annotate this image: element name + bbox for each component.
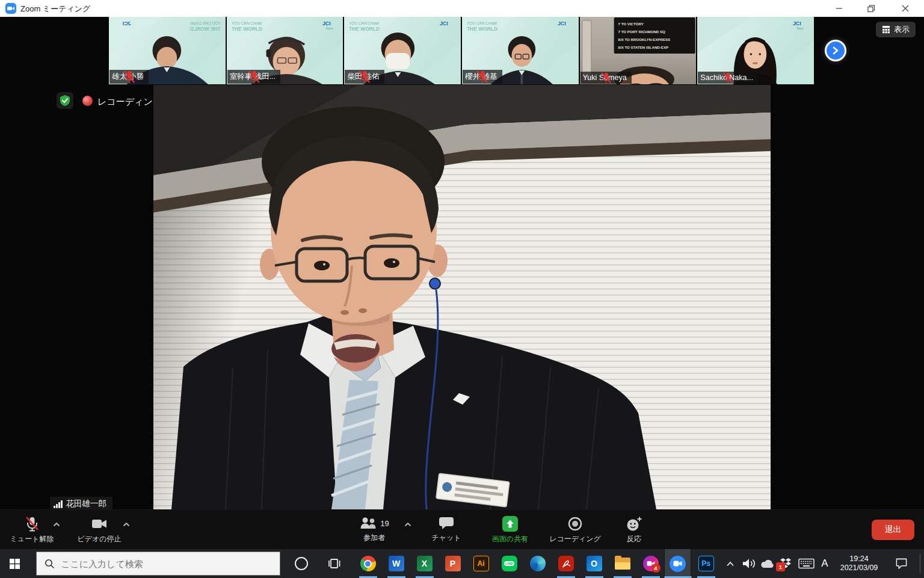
svg-text:Tokyo: Tokyo — [796, 27, 804, 30]
participants-options-chevron[interactable] — [404, 518, 411, 529]
zoom-app-icon — [5, 3, 16, 14]
participant-name-tag: 室幹事 浅田... — [227, 70, 280, 84]
record-icon — [567, 516, 583, 532]
view-button-label: 表示 — [894, 24, 910, 35]
file-explorer-icon — [615, 558, 630, 570]
mute-options-chevron[interactable] — [53, 518, 60, 529]
svg-text:7 TO VICTORY: 7 TO VICTORY — [618, 22, 643, 26]
tray-touch-keyboard[interactable] — [795, 549, 817, 578]
participant-thumbnail-2[interactable]: YOU CAN Create THE WORLD JCI Tokyo 室幹事 浅… — [227, 17, 343, 84]
view-button[interactable]: 表示 — [876, 22, 916, 37]
share-screen-icon — [502, 516, 518, 532]
reactions-button[interactable]: 反応 — [612, 516, 656, 544]
dropbox-icon: 1 — [779, 557, 792, 570]
participant-name-tag: 雄太 小勝 — [109, 70, 149, 84]
participant-thumbnail-3[interactable]: YOU CAN Create THE WORLD JCI 柴田 佳佑 — [344, 17, 461, 84]
cortana-icon — [295, 557, 308, 570]
svg-text:JCI: JCI — [322, 20, 331, 26]
minimize-button[interactable] — [825, 0, 853, 17]
taskbar-acrobat[interactable] — [552, 549, 579, 578]
svg-text:THE WORLD: THE WORLD — [467, 26, 497, 32]
outlook-icon: O — [587, 556, 602, 571]
taskbar-edge[interactable] — [524, 549, 551, 578]
window-title: Zoom ミーティング — [20, 4, 90, 14]
tray-volume[interactable] — [739, 549, 759, 578]
tray-show-hidden-icons[interactable] — [721, 549, 740, 578]
muted-mic-icon — [345, 70, 384, 84]
security-shield-button[interactable] — [57, 92, 73, 109]
taskbar-word[interactable]: W — [383, 549, 410, 578]
participant-thumbnail-6[interactable]: JCI Tokyo Sachiko Naka... — [697, 17, 814, 84]
taskbar-clock[interactable]: 19:24 2021/03/09 — [835, 549, 883, 578]
svg-text:7 TO PORT RICHMOND SQ: 7 TO PORT RICHMOND SQ — [618, 30, 665, 34]
chat-button[interactable]: チャット — [425, 516, 468, 543]
reactions-smiley-icon — [626, 516, 642, 532]
meeting-content: YOU CAN Create THE WORLD JCI 雄太 小勝 — [0, 17, 924, 549]
participant-name-tag: Yuki Someya — [581, 72, 632, 84]
taskbar-zoom-active[interactable] — [664, 549, 691, 578]
tray-onedrive[interactable] — [758, 549, 777, 578]
muted-mic-icon — [698, 72, 758, 84]
taskbar-line[interactable]: LINE — [496, 549, 523, 578]
taskbar-messenger[interactable]: 4 — [637, 549, 664, 578]
taskbar-illustrator[interactable]: Ai — [467, 549, 494, 578]
start-button[interactable] — [0, 549, 29, 578]
tray-dropbox[interactable]: 1 — [776, 549, 795, 578]
close-button[interactable] — [892, 0, 919, 17]
restore-button[interactable] — [857, 0, 885, 17]
windows-taskbar: W X P Ai LINE O — [0, 549, 924, 578]
action-center-button[interactable] — [888, 549, 914, 578]
clock-time: 19:24 — [849, 555, 868, 564]
taskbar-photoshop[interactable]: Ps — [692, 549, 719, 578]
participant-thumbnail-1[interactable]: YOU CAN Create THE WORLD JCI 雄太 小勝 — [109, 17, 226, 84]
keyboard-icon — [798, 558, 815, 569]
chat-bubble-icon — [439, 516, 454, 530]
chevron-up-icon — [123, 522, 130, 527]
dropbox-badge: 1 — [776, 562, 785, 571]
recording-dot-icon — [82, 96, 93, 106]
chevron-up-icon — [726, 561, 735, 567]
svg-text:YOU CAN Create: YOU CAN Create — [467, 21, 497, 25]
muted-mic-icon — [109, 70, 149, 84]
video-options-chevron[interactable] — [123, 518, 130, 529]
recording-button[interactable]: レコーディング — [544, 516, 606, 544]
svg-text:8/X TO STATEN ISLAND-EXP: 8/X TO STATEN ISLAND-EXP — [618, 45, 668, 49]
stop-video-button[interactable]: ビデオの停止 — [68, 516, 131, 544]
taskbar-file-explorer[interactable] — [609, 549, 636, 578]
cortana-button[interactable] — [288, 549, 315, 578]
svg-text:JCI: JCI — [558, 20, 566, 26]
leave-meeting-button[interactable]: 退出 — [872, 520, 914, 540]
taskbar-chrome[interactable] — [354, 549, 381, 578]
participants-count: 19 — [380, 519, 389, 528]
taskbar-excel[interactable]: X — [411, 549, 438, 578]
share-screen-button[interactable]: 画面の共有 — [481, 516, 539, 544]
participants-button[interactable]: 19 参加者 — [349, 516, 399, 543]
windows-logo-icon — [10, 559, 20, 569]
edge-icon — [530, 556, 546, 571]
task-view-button[interactable] — [321, 549, 348, 578]
zoom-taskbar-icon — [670, 556, 686, 572]
titlebar: Zoom ミーティング — [0, 0, 924, 17]
line-icon: LINE — [502, 556, 517, 571]
unmute-button[interactable]: ミュート解除 — [7, 516, 57, 544]
participant-thumbnail-4[interactable]: YOU CAN Create THE WORLD JCI 櫻井 雄基 — [462, 17, 579, 84]
next-participants-button[interactable] — [825, 40, 846, 61]
svg-text:JCI: JCI — [793, 20, 801, 26]
speaker-illustration — [153, 85, 771, 509]
taskbar-outlook[interactable]: O — [581, 549, 608, 578]
minimize-icon — [836, 5, 843, 12]
muted-mic-icon — [227, 70, 280, 84]
search-input[interactable] — [61, 559, 265, 569]
taskbar-powerpoint[interactable]: P — [439, 549, 466, 578]
taskbar-search[interactable] — [36, 552, 280, 576]
messenger-badge: 4 — [651, 564, 661, 573]
show-desktop-divider[interactable] — [920, 554, 920, 573]
participant-thumbnail-5[interactable]: 7 TO VICTORY 7 TO PORT RICHMOND SQ 8/X T… — [580, 17, 697, 84]
svg-text:Tokyo: Tokyo — [326, 27, 333, 30]
unmute-label: ミュート解除 — [10, 534, 54, 544]
svg-text:YOU CAN Create: YOU CAN Create — [349, 21, 380, 25]
excel-icon: X — [417, 556, 433, 571]
tray-ime-mode[interactable]: A — [816, 549, 834, 578]
chat-label: チャット — [431, 533, 461, 543]
search-icon — [45, 559, 55, 569]
